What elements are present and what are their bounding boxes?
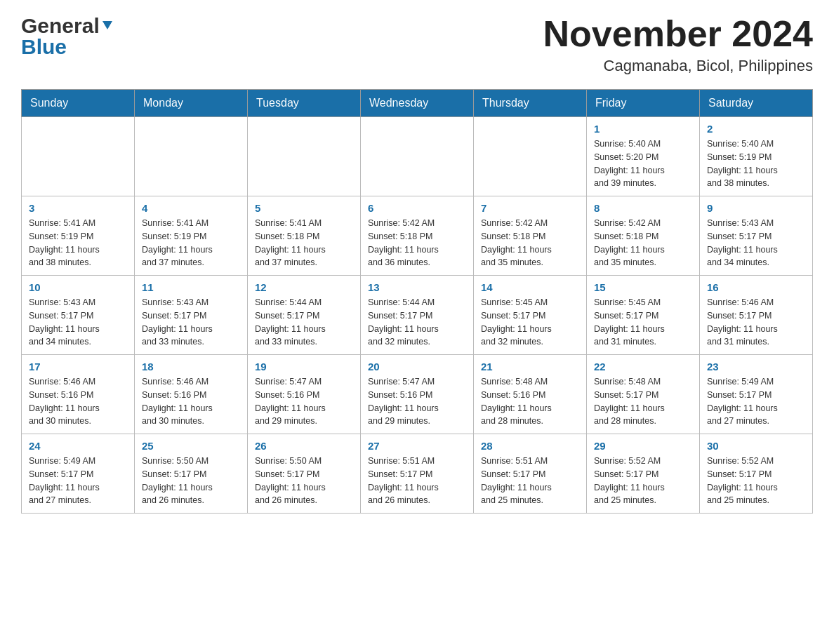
logo: General Blue [21, 14, 114, 59]
weekday-header-saturday: Saturday [700, 90, 813, 117]
weekday-header-thursday: Thursday [474, 90, 587, 117]
day-info: Sunrise: 5:45 AMSunset: 5:17 PMDaylight:… [594, 296, 692, 349]
calendar-table: SundayMondayTuesdayWednesdayThursdayFrid… [21, 89, 813, 514]
day-number: 24 [29, 440, 127, 452]
calendar-cell: 18Sunrise: 5:46 AMSunset: 5:16 PMDayligh… [135, 355, 248, 434]
day-info: Sunrise: 5:42 AMSunset: 5:18 PMDaylight:… [594, 217, 692, 269]
day-info: Sunrise: 5:47 AMSunset: 5:16 PMDaylight:… [368, 375, 466, 428]
day-info: Sunrise: 5:52 AMSunset: 5:17 PMDaylight:… [707, 455, 805, 507]
day-number: 13 [368, 281, 466, 293]
day-number: 8 [594, 202, 692, 214]
day-number: 9 [707, 202, 805, 214]
day-number: 21 [481, 361, 579, 373]
calendar-cell: 4Sunrise: 5:41 AMSunset: 5:19 PMDaylight… [135, 196, 248, 276]
calendar-cell: 2Sunrise: 5:40 AMSunset: 5:19 PMDaylight… [700, 117, 813, 196]
calendar-cell: 16Sunrise: 5:46 AMSunset: 5:17 PMDayligh… [700, 276, 813, 355]
calendar-cell [22, 117, 135, 196]
calendar-cell: 9Sunrise: 5:43 AMSunset: 5:17 PMDaylight… [700, 196, 813, 276]
day-info: Sunrise: 5:51 AMSunset: 5:17 PMDaylight:… [368, 455, 466, 507]
calendar-cell: 19Sunrise: 5:47 AMSunset: 5:16 PMDayligh… [248, 355, 361, 434]
day-number: 4 [142, 202, 240, 214]
day-number: 10 [29, 281, 127, 293]
calendar-cell: 11Sunrise: 5:43 AMSunset: 5:17 PMDayligh… [135, 276, 248, 355]
day-number: 29 [594, 440, 692, 452]
day-info: Sunrise: 5:41 AMSunset: 5:18 PMDaylight:… [255, 217, 353, 269]
calendar-cell [361, 117, 474, 196]
calendar-cell: 8Sunrise: 5:42 AMSunset: 5:18 PMDaylight… [587, 196, 700, 276]
calendar-cell: 1Sunrise: 5:40 AMSunset: 5:20 PMDaylight… [587, 117, 700, 196]
day-info: Sunrise: 5:42 AMSunset: 5:18 PMDaylight:… [481, 217, 579, 269]
weekday-header-monday: Monday [135, 90, 248, 117]
day-info: Sunrise: 5:48 AMSunset: 5:17 PMDaylight:… [594, 375, 692, 428]
day-info: Sunrise: 5:40 AMSunset: 5:19 PMDaylight:… [707, 137, 805, 190]
weekday-header-wednesday: Wednesday [361, 90, 474, 117]
day-info: Sunrise: 5:47 AMSunset: 5:16 PMDaylight:… [255, 375, 353, 428]
calendar-cell: 30Sunrise: 5:52 AMSunset: 5:17 PMDayligh… [700, 434, 813, 514]
day-number: 2 [707, 123, 805, 135]
page-header: General Blue November 2024 Cagmanaba, Bi… [21, 14, 813, 75]
calendar-cell: 25Sunrise: 5:50 AMSunset: 5:17 PMDayligh… [135, 434, 248, 514]
day-number: 11 [142, 281, 240, 293]
day-info: Sunrise: 5:41 AMSunset: 5:19 PMDaylight:… [142, 217, 240, 269]
svg-marker-0 [102, 21, 112, 29]
day-number: 26 [255, 440, 353, 452]
day-info: Sunrise: 5:46 AMSunset: 5:16 PMDaylight:… [142, 375, 240, 428]
day-number: 16 [707, 281, 805, 293]
calendar-cell: 3Sunrise: 5:41 AMSunset: 5:19 PMDaylight… [22, 196, 135, 276]
calendar-cell: 15Sunrise: 5:45 AMSunset: 5:17 PMDayligh… [587, 276, 700, 355]
calendar-cell: 17Sunrise: 5:46 AMSunset: 5:16 PMDayligh… [22, 355, 135, 434]
calendar-cell: 13Sunrise: 5:44 AMSunset: 5:17 PMDayligh… [361, 276, 474, 355]
day-info: Sunrise: 5:49 AMSunset: 5:17 PMDaylight:… [29, 455, 127, 507]
day-info: Sunrise: 5:42 AMSunset: 5:18 PMDaylight:… [368, 217, 466, 269]
day-number: 12 [255, 281, 353, 293]
calendar-cell: 27Sunrise: 5:51 AMSunset: 5:17 PMDayligh… [361, 434, 474, 514]
calendar-cell: 29Sunrise: 5:52 AMSunset: 5:17 PMDayligh… [587, 434, 700, 514]
day-info: Sunrise: 5:46 AMSunset: 5:17 PMDaylight:… [707, 296, 805, 349]
calendar-cell [135, 117, 248, 196]
day-number: 28 [481, 440, 579, 452]
calendar-cell: 26Sunrise: 5:50 AMSunset: 5:17 PMDayligh… [248, 434, 361, 514]
weekday-header-sunday: Sunday [22, 90, 135, 117]
calendar-cell: 21Sunrise: 5:48 AMSunset: 5:16 PMDayligh… [474, 355, 587, 434]
day-number: 14 [481, 281, 579, 293]
day-number: 30 [707, 440, 805, 452]
calendar-cell: 12Sunrise: 5:44 AMSunset: 5:17 PMDayligh… [248, 276, 361, 355]
day-info: Sunrise: 5:45 AMSunset: 5:17 PMDaylight:… [481, 296, 579, 349]
location-subtitle: Cagmanaba, Bicol, Philippines [543, 57, 813, 75]
day-info: Sunrise: 5:44 AMSunset: 5:17 PMDaylight:… [255, 296, 353, 349]
day-number: 25 [142, 440, 240, 452]
calendar-cell: 5Sunrise: 5:41 AMSunset: 5:18 PMDaylight… [248, 196, 361, 276]
calendar-week-row-3: 10Sunrise: 5:43 AMSunset: 5:17 PMDayligh… [22, 276, 813, 355]
day-number: 22 [594, 361, 692, 373]
calendar-cell: 20Sunrise: 5:47 AMSunset: 5:16 PMDayligh… [361, 355, 474, 434]
weekday-header-friday: Friday [587, 90, 700, 117]
calendar-cell: 24Sunrise: 5:49 AMSunset: 5:17 PMDayligh… [22, 434, 135, 514]
calendar-week-row-1: 1Sunrise: 5:40 AMSunset: 5:20 PMDaylight… [22, 117, 813, 196]
calendar-week-row-4: 17Sunrise: 5:46 AMSunset: 5:16 PMDayligh… [22, 355, 813, 434]
day-number: 19 [255, 361, 353, 373]
calendar-cell [248, 117, 361, 196]
day-info: Sunrise: 5:50 AMSunset: 5:17 PMDaylight:… [142, 455, 240, 507]
calendar-cell: 22Sunrise: 5:48 AMSunset: 5:17 PMDayligh… [587, 355, 700, 434]
day-info: Sunrise: 5:46 AMSunset: 5:16 PMDaylight:… [29, 375, 127, 428]
day-info: Sunrise: 5:49 AMSunset: 5:17 PMDaylight:… [707, 375, 805, 428]
day-info: Sunrise: 5:41 AMSunset: 5:19 PMDaylight:… [29, 217, 127, 269]
logo-triangle-icon [101, 18, 114, 34]
month-title: November 2024 [543, 14, 813, 54]
day-number: 1 [594, 123, 692, 135]
calendar-week-row-5: 24Sunrise: 5:49 AMSunset: 5:17 PMDayligh… [22, 434, 813, 514]
day-number: 20 [368, 361, 466, 373]
day-info: Sunrise: 5:44 AMSunset: 5:17 PMDaylight:… [368, 296, 466, 349]
weekday-header-row: SundayMondayTuesdayWednesdayThursdayFrid… [22, 90, 813, 117]
day-info: Sunrise: 5:43 AMSunset: 5:17 PMDaylight:… [29, 296, 127, 349]
calendar-cell: 7Sunrise: 5:42 AMSunset: 5:18 PMDaylight… [474, 196, 587, 276]
day-number: 6 [368, 202, 466, 214]
day-info: Sunrise: 5:50 AMSunset: 5:17 PMDaylight:… [255, 455, 353, 507]
calendar-cell: 23Sunrise: 5:49 AMSunset: 5:17 PMDayligh… [700, 355, 813, 434]
day-info: Sunrise: 5:43 AMSunset: 5:17 PMDaylight:… [707, 217, 805, 269]
day-number: 17 [29, 361, 127, 373]
weekday-header-tuesday: Tuesday [248, 90, 361, 117]
day-number: 18 [142, 361, 240, 373]
calendar-cell: 28Sunrise: 5:51 AMSunset: 5:17 PMDayligh… [474, 434, 587, 514]
day-info: Sunrise: 5:51 AMSunset: 5:17 PMDaylight:… [481, 455, 579, 507]
